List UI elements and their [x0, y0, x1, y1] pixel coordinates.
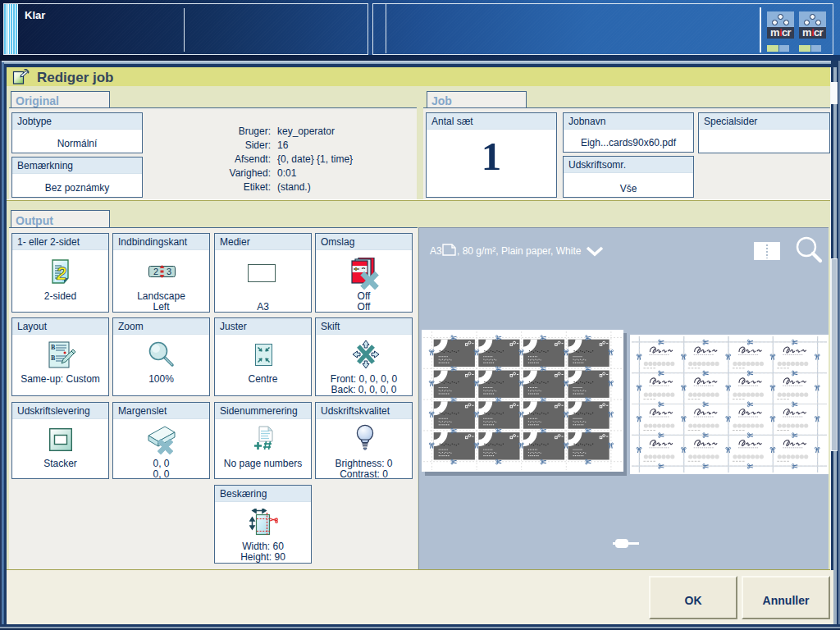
svg-text:3: 3: [167, 267, 171, 276]
svg-text:2: 2: [56, 263, 68, 284]
svg-text:B: B: [51, 344, 56, 351]
svg-text:2: 2: [153, 267, 158, 276]
svg-text:B: B: [51, 354, 56, 362]
